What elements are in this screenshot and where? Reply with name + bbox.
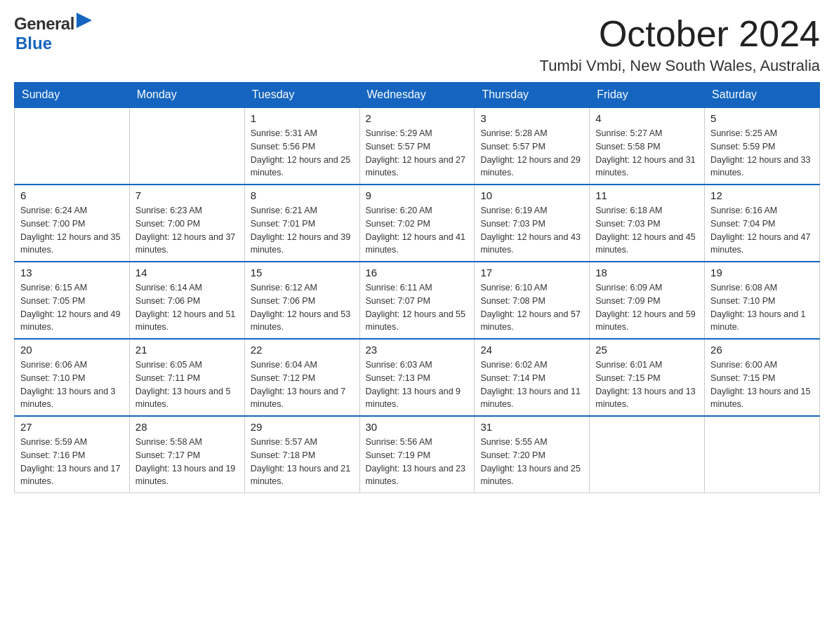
day-info: Sunrise: 6:01 AMSunset: 7:15 PMDaylight:… <box>595 358 699 411</box>
calendar-cell <box>590 416 705 493</box>
svg-marker-0 <box>77 13 92 28</box>
day-number: 10 <box>480 189 583 201</box>
calendar-cell: 25Sunrise: 6:01 AMSunset: 7:15 PMDayligh… <box>590 339 705 416</box>
day-info: Sunrise: 6:09 AMSunset: 7:09 PMDaylight:… <box>595 281 699 334</box>
page-header: General Blue October 2024 Tumbi Vmbi, Ne… <box>14 14 820 75</box>
calendar-cell <box>705 416 820 493</box>
day-info: Sunrise: 5:29 AMSunset: 5:57 PMDaylight:… <box>366 127 469 180</box>
day-info: Sunrise: 5:25 AMSunset: 5:59 PMDaylight:… <box>710 127 814 180</box>
calendar-cell: 4Sunrise: 5:27 AMSunset: 5:58 PMDaylight… <box>590 107 705 185</box>
day-info: Sunrise: 6:18 AMSunset: 7:03 PMDaylight:… <box>595 204 699 257</box>
calendar-cell: 14Sunrise: 6:14 AMSunset: 7:06 PMDayligh… <box>129 262 244 339</box>
calendar-cell: 24Sunrise: 6:02 AMSunset: 7:14 PMDayligh… <box>475 339 590 416</box>
day-info: Sunrise: 6:24 AMSunset: 7:00 PMDaylight:… <box>20 204 124 257</box>
day-number: 29 <box>251 421 354 433</box>
day-number: 25 <box>595 344 699 356</box>
day-number: 20 <box>20 344 124 356</box>
day-info: Sunrise: 5:55 AMSunset: 7:20 PMDaylight:… <box>480 436 583 488</box>
day-info: Sunrise: 6:00 AMSunset: 7:15 PMDaylight:… <box>710 358 814 411</box>
calendar-cell: 7Sunrise: 6:23 AMSunset: 7:00 PMDaylight… <box>129 185 244 262</box>
day-number: 13 <box>20 267 124 279</box>
day-info: Sunrise: 6:21 AMSunset: 7:01 PMDaylight:… <box>251 204 354 257</box>
day-number: 2 <box>366 112 469 124</box>
calendar-cell: 13Sunrise: 6:15 AMSunset: 7:05 PMDayligh… <box>15 262 130 339</box>
calendar-cell: 18Sunrise: 6:09 AMSunset: 7:09 PMDayligh… <box>590 262 705 339</box>
day-number: 14 <box>135 267 239 279</box>
day-number: 24 <box>480 344 583 356</box>
calendar-day-header: Monday <box>129 83 244 108</box>
day-info: Sunrise: 6:19 AMSunset: 7:03 PMDaylight:… <box>480 204 583 257</box>
day-number: 23 <box>366 344 469 356</box>
day-info: Sunrise: 5:57 AMSunset: 7:18 PMDaylight:… <box>251 436 354 488</box>
day-info: Sunrise: 6:03 AMSunset: 7:13 PMDaylight:… <box>366 358 469 411</box>
day-number: 1 <box>251 112 354 124</box>
calendar-header-row: SundayMondayTuesdayWednesdayThursdayFrid… <box>15 83 820 108</box>
day-number: 18 <box>595 267 699 279</box>
day-number: 19 <box>710 267 814 279</box>
day-info: Sunrise: 6:10 AMSunset: 7:08 PMDaylight:… <box>480 281 583 334</box>
day-info: Sunrise: 6:05 AMSunset: 7:11 PMDaylight:… <box>135 358 239 411</box>
day-number: 8 <box>251 189 354 201</box>
calendar-cell: 22Sunrise: 6:04 AMSunset: 7:12 PMDayligh… <box>244 339 359 416</box>
calendar-week-row: 20Sunrise: 6:06 AMSunset: 7:10 PMDayligh… <box>15 339 820 416</box>
day-info: Sunrise: 6:11 AMSunset: 7:07 PMDaylight:… <box>366 281 469 334</box>
calendar-day-header: Sunday <box>15 83 130 108</box>
calendar-cell: 6Sunrise: 6:24 AMSunset: 7:00 PMDaylight… <box>15 185 130 262</box>
day-info: Sunrise: 5:31 AMSunset: 5:56 PMDaylight:… <box>251 127 354 180</box>
calendar-week-row: 6Sunrise: 6:24 AMSunset: 7:00 PMDaylight… <box>15 185 820 262</box>
calendar-cell: 9Sunrise: 6:20 AMSunset: 7:02 PMDaylight… <box>359 185 475 262</box>
calendar-cell: 17Sunrise: 6:10 AMSunset: 7:08 PMDayligh… <box>475 262 590 339</box>
day-number: 11 <box>595 189 699 201</box>
day-number: 22 <box>251 344 354 356</box>
day-info: Sunrise: 6:20 AMSunset: 7:02 PMDaylight:… <box>366 204 469 257</box>
day-number: 6 <box>20 189 124 201</box>
page-title: October 2024 <box>540 14 820 54</box>
day-info: Sunrise: 6:06 AMSunset: 7:10 PMDaylight:… <box>20 358 124 411</box>
calendar-cell: 3Sunrise: 5:28 AMSunset: 5:57 PMDaylight… <box>475 107 590 185</box>
day-number: 3 <box>480 112 583 124</box>
calendar-week-row: 1Sunrise: 5:31 AMSunset: 5:56 PMDaylight… <box>15 107 820 185</box>
day-info: Sunrise: 6:14 AMSunset: 7:06 PMDaylight:… <box>135 281 239 334</box>
calendar-cell <box>129 107 244 185</box>
day-info: Sunrise: 6:02 AMSunset: 7:14 PMDaylight:… <box>480 358 583 411</box>
day-info: Sunrise: 6:12 AMSunset: 7:06 PMDaylight:… <box>251 281 354 334</box>
day-number: 27 <box>20 421 124 433</box>
calendar-cell: 20Sunrise: 6:06 AMSunset: 7:10 PMDayligh… <box>15 339 130 416</box>
calendar-cell: 26Sunrise: 6:00 AMSunset: 7:15 PMDayligh… <box>705 339 820 416</box>
day-info: Sunrise: 5:59 AMSunset: 7:16 PMDaylight:… <box>20 436 124 488</box>
calendar-cell: 5Sunrise: 5:25 AMSunset: 5:59 PMDaylight… <box>705 107 820 185</box>
calendar-cell: 10Sunrise: 6:19 AMSunset: 7:03 PMDayligh… <box>475 185 590 262</box>
calendar-cell: 15Sunrise: 6:12 AMSunset: 7:06 PMDayligh… <box>244 262 359 339</box>
calendar-cell: 21Sunrise: 6:05 AMSunset: 7:11 PMDayligh… <box>129 339 244 416</box>
calendar-cell: 2Sunrise: 5:29 AMSunset: 5:57 PMDaylight… <box>359 107 475 185</box>
day-info: Sunrise: 6:23 AMSunset: 7:00 PMDaylight:… <box>135 204 239 257</box>
day-info: Sunrise: 6:16 AMSunset: 7:04 PMDaylight:… <box>710 204 814 257</box>
calendar-day-header: Thursday <box>475 83 590 108</box>
calendar-day-header: Wednesday <box>359 83 475 108</box>
day-info: Sunrise: 6:04 AMSunset: 7:12 PMDaylight:… <box>251 358 354 411</box>
day-number: 28 <box>135 421 239 433</box>
calendar-cell: 29Sunrise: 5:57 AMSunset: 7:18 PMDayligh… <box>244 416 359 493</box>
calendar-cell: 12Sunrise: 6:16 AMSunset: 7:04 PMDayligh… <box>705 185 820 262</box>
calendar-cell: 30Sunrise: 5:56 AMSunset: 7:19 PMDayligh… <box>359 416 475 493</box>
day-number: 26 <box>710 344 814 356</box>
page-subtitle: Tumbi Vmbi, New South Wales, Australia <box>540 57 820 75</box>
day-number: 12 <box>710 189 814 201</box>
day-info: Sunrise: 5:28 AMSunset: 5:57 PMDaylight:… <box>480 127 583 180</box>
logo: General Blue <box>14 14 92 53</box>
calendar-day-header: Tuesday <box>244 83 359 108</box>
day-info: Sunrise: 5:56 AMSunset: 7:19 PMDaylight:… <box>366 436 469 488</box>
calendar-cell: 8Sunrise: 6:21 AMSunset: 7:01 PMDaylight… <box>244 185 359 262</box>
day-number: 21 <box>135 344 239 356</box>
calendar-cell: 11Sunrise: 6:18 AMSunset: 7:03 PMDayligh… <box>590 185 705 262</box>
calendar-cell: 19Sunrise: 6:08 AMSunset: 7:10 PMDayligh… <box>705 262 820 339</box>
day-number: 9 <box>366 189 469 201</box>
logo-blue-text: Blue <box>15 34 52 53</box>
day-info: Sunrise: 5:27 AMSunset: 5:58 PMDaylight:… <box>595 127 699 180</box>
day-number: 31 <box>480 421 583 433</box>
day-number: 15 <box>251 267 354 279</box>
logo-arrow-icon <box>77 13 92 31</box>
day-number: 17 <box>480 267 583 279</box>
calendar-week-row: 27Sunrise: 5:59 AMSunset: 7:16 PMDayligh… <box>15 416 820 493</box>
logo-general-text: General <box>14 14 74 34</box>
